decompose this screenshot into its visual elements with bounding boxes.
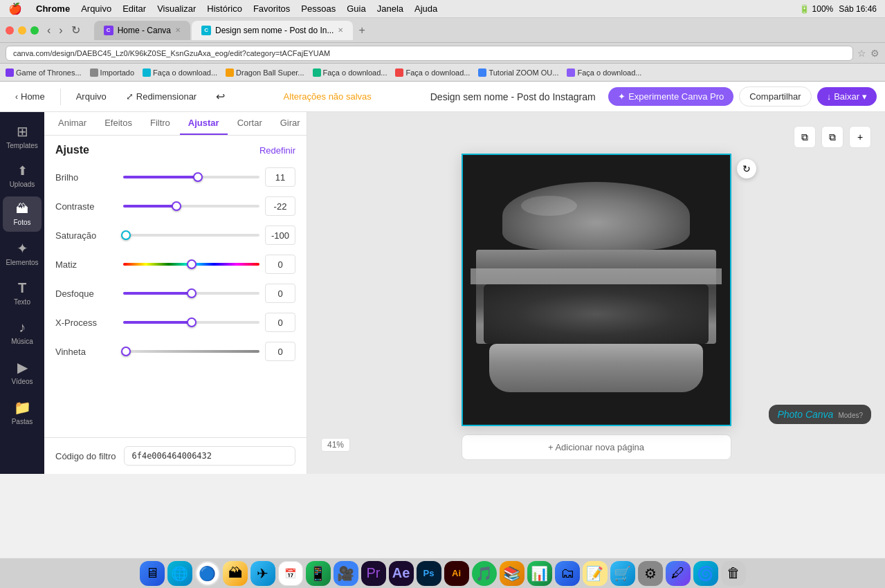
matiz-value[interactable]: 0 [265, 255, 295, 274]
menubar-ajuda[interactable]: Ajuda [414, 3, 437, 14]
sidebar-item-elementos[interactable]: ✦ Elementos [3, 235, 42, 272]
tab-girar[interactable]: Girar [272, 112, 307, 135]
bookmark-zoom[interactable]: Tutorial ZOOM OU... [478, 68, 558, 77]
address-bar[interactable] [6, 46, 853, 61]
dock-photoshop[interactable]: Ps [417, 561, 441, 586]
sidebar-item-pastas[interactable]: 📁 Pastas [3, 394, 42, 431]
close-window-button[interactable] [6, 26, 14, 35]
bookmark-star-icon[interactable]: ☆ [857, 48, 866, 59]
dock-spotify[interactable]: 🎵 [472, 561, 497, 586]
tab-filtro[interactable]: Filtro [142, 112, 179, 135]
bookmark-importado[interactable]: Importado [90, 68, 135, 77]
download-button[interactable]: ↓ Baixar ▾ [817, 87, 877, 106]
dock-finder[interactable]: 🖥 [140, 561, 165, 586]
matiz-slider[interactable] [123, 257, 259, 271]
dock-keynote[interactable]: 🗂 [555, 561, 580, 586]
dock-numbers[interactable]: 📊 [527, 561, 552, 586]
dock-aftereffects[interactable]: Ae [389, 561, 414, 586]
pro-button[interactable]: ✦ Experimente Canva Pro [608, 87, 733, 106]
sidebar-item-texto[interactable]: T Texto [3, 275, 42, 311]
dock-stickies[interactable]: 📝 [583, 561, 608, 586]
saturacao-value[interactable]: -100 [265, 226, 295, 245]
menubar-chrome[interactable]: Chrome [36, 3, 70, 14]
canvas-copy-button[interactable]: ⧉ [794, 126, 816, 148]
sidebar-label-videos: Vídeos [11, 378, 33, 385]
bookmark-dragonball[interactable]: Dragon Ball Super... [226, 68, 304, 77]
menubar-arquivo[interactable]: Arquivo [81, 3, 111, 14]
dock-safari[interactable]: 🌐 [167, 561, 192, 586]
new-tab-button[interactable]: + [354, 24, 369, 37]
brilho-slider[interactable] [123, 170, 259, 184]
sidebar-item-uploads[interactable]: ⬆ Uploads [3, 158, 42, 194]
dock-illustrator[interactable]: Ai [444, 561, 469, 586]
contraste-slider[interactable] [123, 199, 259, 213]
maximize-window-button[interactable] [30, 26, 39, 35]
apple-menu[interactable]: 🍎 [8, 2, 22, 15]
sidebar-item-fotos[interactable]: 🏔 Fotos [3, 196, 42, 232]
bookmark-faca3[interactable]: Faça o download... [395, 68, 470, 77]
menubar-guia[interactable]: Guia [347, 3, 365, 14]
sidebar-item-templates[interactable]: ⊞ Templates [3, 118, 42, 155]
dock-premiere[interactable]: Pr [361, 561, 386, 586]
desfoque-value[interactable]: 0 [265, 284, 295, 303]
bookmark-got[interactable]: Game of Thrones... [6, 68, 82, 77]
minimize-window-button[interactable] [18, 26, 26, 35]
menubar-historico[interactable]: Histórico [207, 3, 242, 14]
desfoque-slider[interactable] [123, 286, 259, 300]
menubar-favoritos[interactable]: Favoritos [253, 3, 290, 14]
dock-photos[interactable]: 🏔 [223, 561, 248, 586]
dock-chrome[interactable]: 🔵 [195, 561, 220, 586]
home-button[interactable]: ‹ Home [8, 89, 52, 104]
undo-button[interactable]: ↩ [209, 87, 232, 106]
back-button[interactable]: ‹ [44, 23, 53, 38]
reload-button[interactable]: ↻ [69, 22, 83, 38]
canva-watermark[interactable]: Photo Canva Modes? [769, 405, 871, 424]
dock-calendar[interactable]: 📅 [278, 561, 303, 586]
arquivo-button[interactable]: Arquivo [69, 89, 113, 104]
dock-unknown[interactable]: 🌀 [693, 561, 718, 586]
menubar-visualizar[interactable]: Visualizar [157, 3, 196, 14]
contraste-value[interactable]: -22 [265, 196, 295, 216]
reset-button[interactable]: Redefinir [259, 145, 295, 156]
sidebar-item-musica[interactable]: ♪ Música [3, 314, 42, 351]
tab-animar[interactable]: Animar [50, 112, 95, 135]
tab2-close[interactable]: ✕ [338, 26, 343, 34]
tab-cortar[interactable]: Cortar [229, 112, 271, 135]
add-page-button[interactable]: + Adicionar nova página [462, 434, 731, 460]
tab-home-canva[interactable]: C Home - Canva ✕ [94, 21, 190, 40]
saturacao-slider[interactable] [123, 228, 259, 242]
dock-pencil[interactable]: 🖊 [666, 561, 691, 586]
brilho-value[interactable]: 11 [265, 167, 295, 187]
tab-design[interactable]: C Design sem nome - Post do In... ✕ [192, 21, 353, 40]
canvas-refresh-button[interactable]: ↻ [737, 159, 756, 178]
share-button[interactable]: Compartilhar [739, 86, 811, 107]
tab1-close[interactable]: ✕ [175, 26, 181, 34]
xprocess-slider[interactable] [123, 315, 259, 329]
dock-zoom[interactable]: 🎥 [334, 561, 358, 586]
bookmark-faca4[interactable]: Faça o download... [567, 68, 641, 77]
bookmark-faca1[interactable]: Faça o download... [143, 68, 217, 77]
sidebar-item-videos[interactable]: ▶ Vídeos [3, 353, 42, 391]
redimensionar-button[interactable]: ⤢ Redimensionar [119, 89, 203, 104]
dock-whatsapp[interactable]: 📱 [306, 561, 331, 586]
extensions-icon[interactable]: ⚙ [870, 48, 879, 59]
menubar-editar[interactable]: Editar [122, 3, 146, 14]
vinheta-value[interactable]: 0 [265, 342, 295, 361]
menubar-janela[interactable]: Janela [377, 3, 403, 14]
vinheta-slider[interactable] [123, 344, 259, 358]
dock-appstore[interactable]: 🛒 [610, 561, 635, 586]
menubar-pessoas[interactable]: Pessoas [301, 3, 336, 14]
filter-code-input[interactable] [124, 446, 295, 466]
tab-ajustar[interactable]: Ajustar [180, 112, 228, 135]
dock-telegram[interactable]: ✈ [250, 561, 275, 586]
tab-efeitos[interactable]: Efeitos [96, 112, 140, 135]
canvas-image[interactable] [463, 155, 730, 425]
dock-trash[interactable]: 🗑 [721, 561, 746, 586]
bookmark-faca2[interactable]: Faça o download... [313, 68, 387, 77]
canvas-add-button[interactable]: + [849, 126, 871, 148]
forward-button[interactable]: › [56, 23, 65, 38]
xprocess-value[interactable]: 0 [265, 313, 295, 332]
dock-systemprefs[interactable]: ⚙ [638, 561, 663, 586]
dock-finder2[interactable]: 📚 [500, 561, 524, 586]
canvas-duplicate-button[interactable]: ⧉ [821, 126, 843, 148]
